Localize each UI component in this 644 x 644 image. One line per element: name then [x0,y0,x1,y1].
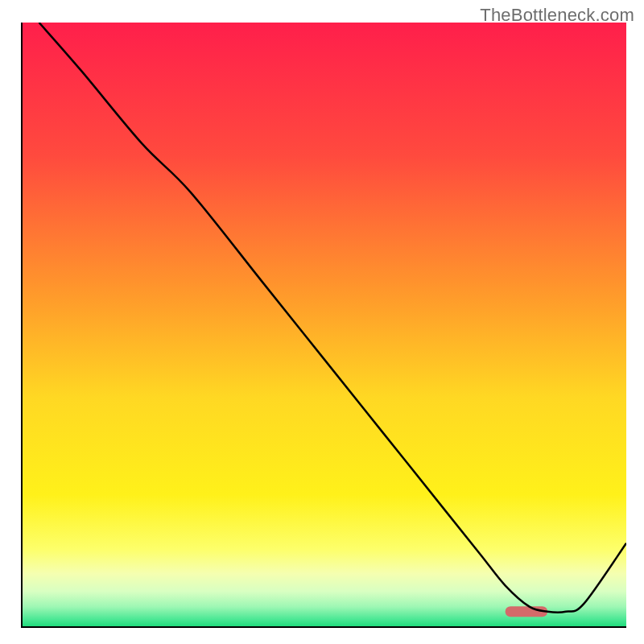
bottleneck-curve-chart [21,23,626,628]
plot-area [21,23,626,628]
gradient-background [21,23,626,628]
chart-stage: TheBottleneck.com [0,0,644,644]
